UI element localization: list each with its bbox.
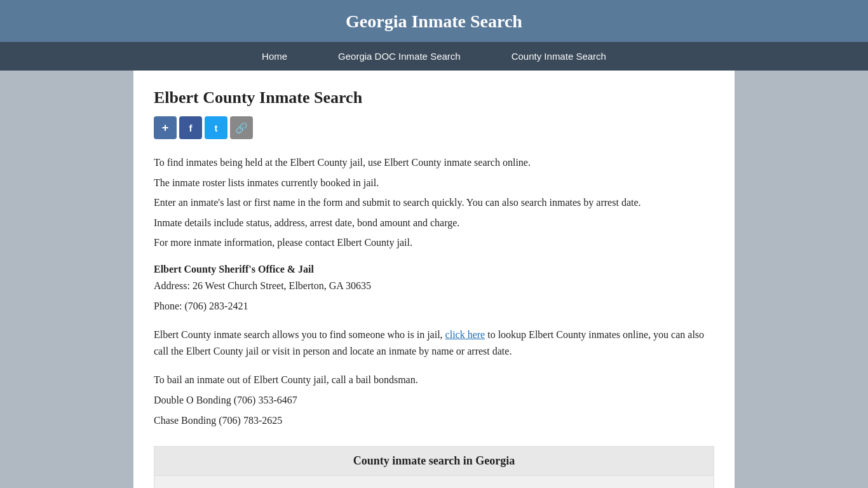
- nav-doc-search[interactable]: Georgia DOC Inmate Search: [313, 42, 486, 71]
- intro-line3: Enter an inmate's last or first name in …: [154, 194, 714, 211]
- share-button[interactable]: +: [154, 116, 177, 139]
- county-section-title: County inmate search in Georgia: [154, 447, 714, 476]
- nav-home[interactable]: Home: [236, 42, 313, 71]
- intro-line5: For more inmate information, please cont…: [154, 234, 714, 251]
- social-buttons: + f t 🔗: [154, 116, 714, 139]
- page-title: Elbert County Inmate Search: [154, 88, 714, 107]
- site-title: Georgia Inmate Search: [346, 11, 522, 31]
- county-section: County inmate search in Georgia Atkinson…: [154, 446, 714, 488]
- facebook-button[interactable]: f: [179, 116, 202, 139]
- lookup-text-before: Elbert County inmate search allows you t…: [154, 329, 443, 340]
- intro-line1: To find inmates being held at the Elbert…: [154, 154, 714, 171]
- lookup-section: Elbert County inmate search allows you t…: [154, 327, 714, 359]
- bail-line3: Chase Bonding (706) 783-2625: [154, 412, 714, 429]
- county-grid: AtkinsonBanksBarrowBartowBen HillBerrien…: [154, 476, 714, 488]
- sheriff-section: Elbert County Sheriff's Office & Jail Ad…: [154, 264, 714, 314]
- bail-section: To bail an inmate out of Elbert County j…: [154, 372, 714, 428]
- lookup-text: Elbert County inmate search allows you t…: [154, 327, 714, 359]
- twitter-button[interactable]: t: [205, 116, 227, 139]
- sheriff-phone: Phone: (706) 283-2421: [154, 298, 714, 315]
- intro-line4: Inmate details include status, address, …: [154, 215, 714, 231]
- bail-line2: Double O Bonding (706) 353-6467: [154, 392, 714, 409]
- click-here-link[interactable]: click here: [445, 329, 485, 340]
- intro-line2: The inmate roster lists inmates currentl…: [154, 175, 714, 191]
- sheriff-address: Address: 26 West Church Street, Elberton…: [154, 278, 714, 294]
- sheriff-heading: Elbert County Sheriff's Office & Jail: [154, 264, 714, 275]
- main-nav: Home Georgia DOC Inmate Search County In…: [0, 42, 868, 71]
- site-header: Georgia Inmate Search: [0, 0, 868, 42]
- nav-county-search[interactable]: County Inmate Search: [486, 42, 632, 71]
- copy-link-button[interactable]: 🔗: [230, 116, 253, 139]
- bail-line1: To bail an inmate out of Elbert County j…: [154, 372, 714, 388]
- content-area: Elbert County Inmate Search + f t 🔗 To f…: [133, 71, 735, 488]
- intro-section: To find inmates being held at the Elbert…: [154, 154, 714, 251]
